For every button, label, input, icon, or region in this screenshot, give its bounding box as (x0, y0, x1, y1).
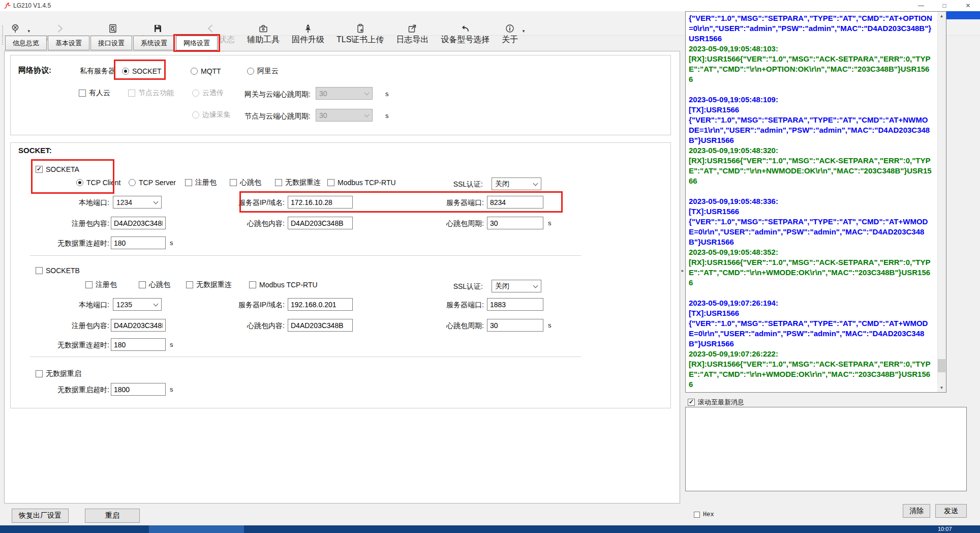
protocol-alicloud-radio[interactable]: 阿里云 (247, 67, 279, 75)
protocol-socket-radio[interactable]: SOCKET (122, 67, 162, 75)
toolbar-firmware-upgrade-button[interactable]: 固件升级 (292, 23, 324, 45)
tab-system-settings[interactable]: 系统设置 (133, 36, 175, 50)
radio-icon[interactable] (76, 179, 83, 186)
radio-icon[interactable] (129, 179, 136, 186)
socketa-tcp-client-radio[interactable]: TCP Client (76, 178, 120, 187)
seconds-unit: s (385, 112, 389, 120)
socketa-modbus-checkbox[interactable]: Modbus TCP-RTU (327, 178, 396, 187)
socketa-ssl-select[interactable]: 关闭 (492, 177, 541, 190)
no-data-restart-timeout-input[interactable] (111, 383, 166, 396)
socketa-heartbeat-content-input[interactable] (288, 217, 353, 229)
usr-cloud-label: 有人云 (89, 88, 110, 98)
checkbox-icon[interactable] (36, 267, 43, 274)
checkbox-icon[interactable] (36, 370, 43, 377)
toolbar-log-export-button[interactable]: 日志导出 (396, 23, 428, 45)
restart-button[interactable]: 重启 (85, 509, 140, 523)
hex-checkbox[interactable]: Hex (694, 510, 714, 519)
toolbar-label: TLS证书上传 (336, 35, 384, 45)
usr-cloud-checkbox[interactable]: 有人云 (79, 88, 110, 97)
tab-info-overview[interactable]: 信息总览 (5, 36, 47, 50)
socketb-enable-checkbox[interactable]: SOCKETB (36, 266, 80, 275)
log-line (689, 186, 933, 196)
socketb-no-data-reconnect-checkbox[interactable]: 无数据重连 (186, 280, 232, 289)
checkbox-icon[interactable] (327, 179, 334, 186)
checkbox-icon[interactable] (230, 179, 237, 186)
maximize-button[interactable]: □ (933, 0, 956, 11)
toolbar-about-button[interactable]: 关于 ▾ (502, 23, 518, 45)
socketb-register-content-label: 注册包内容: (18, 321, 109, 331)
scroll-up-icon[interactable]: ▲ (937, 12, 946, 20)
socketb-reconnect-timeout-input[interactable] (111, 338, 166, 351)
socketa-enable-checkbox[interactable]: SOCKETA (36, 165, 79, 173)
socketa-server-ip-input[interactable] (288, 196, 353, 209)
chevron-down-icon (533, 181, 538, 186)
taskbar (0, 525, 980, 533)
socketb-server-ip-input[interactable] (288, 298, 353, 311)
socketb-heartbeat-period-input[interactable] (487, 319, 543, 332)
socketb-server-port-input[interactable] (487, 298, 543, 311)
scroll-down-icon[interactable]: ▼ (937, 383, 946, 392)
checkbox-icon[interactable] (688, 399, 695, 406)
socketa-reconnect-timeout-input[interactable] (111, 236, 166, 249)
socketa-heartbeat-period-input[interactable] (487, 217, 543, 229)
toolbar-device-model-select-button[interactable]: 设备型号选择 (441, 23, 489, 45)
socketa-server-port-input[interactable] (487, 196, 543, 209)
socket-heading: SOCKET: (18, 146, 52, 155)
socketb-register-content-input[interactable] (111, 319, 166, 332)
checkbox-icon[interactable] (36, 166, 43, 173)
modbus-label: Modbus TCP-RTU (338, 179, 396, 187)
no-data-restart-checkbox[interactable]: 无数据重启 (36, 369, 81, 378)
socketb-ssl-select[interactable]: 关闭 (492, 280, 541, 292)
panel-splitter-handle[interactable]: ▸ (680, 260, 685, 281)
socketa-register-content-input[interactable] (111, 217, 166, 229)
checkbox-icon[interactable] (694, 512, 700, 518)
toolbar-tls-cert-upload-button[interactable]: TLS证书上传 (336, 23, 384, 45)
socketa-local-port-label: 本地端口: (18, 198, 109, 208)
socketb-local-port-combo[interactable]: 1235 (113, 298, 162, 311)
chevron-right-icon (55, 23, 65, 34)
checkbox-icon[interactable] (79, 90, 86, 97)
socketb-register-packet-checkbox[interactable]: 注册包 (85, 280, 117, 289)
socketa-no-data-reconnect-checkbox[interactable]: 无数据重连 (275, 178, 321, 187)
socketb-heartbeat-packet-checkbox[interactable]: 心跳包 (139, 280, 170, 289)
socketa-local-port-combo[interactable]: 1234 (113, 196, 162, 209)
protocol-mqtt-radio[interactable]: MQTT (191, 67, 221, 75)
log-line: [TX]:USR1566 (689, 308, 933, 318)
socketa-tcp-server-radio[interactable]: TCP Server (129, 178, 176, 187)
radio-icon[interactable] (122, 68, 129, 75)
checkbox-icon[interactable] (85, 281, 93, 288)
taskbar-active-app[interactable] (149, 525, 244, 533)
scroll-to-latest-checkbox[interactable]: 滚动至最新消息 (688, 398, 744, 406)
radio-icon[interactable] (247, 68, 254, 75)
tab-network-settings[interactable]: 网络设置 (176, 36, 218, 50)
socketa-register-packet-checkbox[interactable]: 注册包 (185, 178, 217, 187)
socketb-heartbeat-content-input[interactable] (288, 319, 353, 332)
toolbar-grip[interactable] (2, 25, 3, 45)
toolbar-aux-tools-button[interactable]: 辅助工具 (247, 23, 280, 45)
minimize-button[interactable]: — (909, 0, 933, 11)
send-input[interactable] (685, 407, 967, 491)
checkbox-icon[interactable] (186, 281, 193, 288)
private-server-label: 私有服务器 (80, 67, 115, 76)
clear-button[interactable]: 清除 (903, 504, 930, 518)
read-params-doc-search-icon (108, 23, 118, 34)
socketa-heartbeat-packet-checkbox[interactable]: 心跳包 (230, 178, 261, 187)
checkbox-icon[interactable] (185, 179, 192, 186)
scrollbar-thumb[interactable] (938, 359, 945, 372)
checkbox-icon[interactable] (139, 281, 146, 288)
tab-basic-settings[interactable]: 基本设置 (48, 36, 89, 50)
checkbox-icon[interactable] (275, 179, 282, 186)
back-arrow-icon (460, 23, 470, 34)
seconds-unit: s (170, 239, 173, 247)
log-scrollbar[interactable] (937, 12, 946, 392)
tab-interface-settings[interactable]: 接口设置 (90, 36, 132, 50)
log-output[interactable]: {"VER":"1.0","MSG":"SETPARA","TYPE":"AT"… (685, 11, 946, 393)
socketb-modbus-checkbox[interactable]: Modbus TCP-RTU (249, 280, 318, 289)
factory-reset-button[interactable]: 恢复出厂设置 (12, 509, 69, 523)
radio-icon[interactable] (191, 68, 198, 75)
dropdown-caret-icon[interactable]: ▾ (27, 28, 30, 34)
send-button[interactable]: 发送 (935, 504, 967, 518)
checkbox-icon[interactable] (249, 281, 256, 288)
dropdown-caret-icon[interactable]: ▾ (523, 28, 525, 34)
close-button[interactable]: ✕ (956, 0, 980, 11)
